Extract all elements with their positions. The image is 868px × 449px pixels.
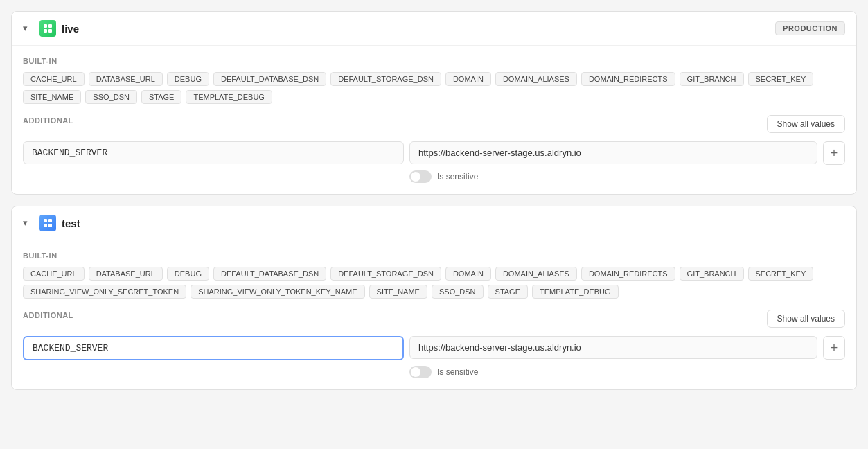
builtin-tag: SITE_NAME — [369, 285, 427, 299]
live-section: ▾ live PRODUCTION BUILT-IN CACHE_URLDATA… — [11, 11, 857, 195]
live-chevron-icon[interactable]: ▾ — [23, 23, 34, 34]
svg-rect-2 — [44, 29, 47, 33]
svg-rect-4 — [44, 219, 47, 222]
live-builtin-label: BUILT-IN — [23, 57, 845, 65]
test-sensitive-row: Is sensitive — [23, 366, 845, 378]
builtin-tag: SITE_NAME — [23, 90, 81, 104]
builtin-tag: TEMPLATE_DEBUG — [532, 285, 619, 299]
live-section-header: ▾ live PRODUCTION — [12, 12, 856, 46]
test-section-header: ▾ test — [12, 206, 856, 240]
live-additional-header: ADDITIONAL Show all values — [23, 115, 845, 133]
test-env-var-key-input[interactable] — [23, 336, 404, 360]
test-chevron-icon[interactable]: ▾ — [23, 218, 34, 229]
live-sensitive-toggle[interactable] — [409, 170, 432, 183]
svg-rect-0 — [44, 24, 47, 28]
builtin-tag: SSO_DSN — [432, 285, 484, 299]
builtin-tag: DOMAIN_ALIASES — [495, 72, 577, 86]
live-env-var-value: https://backend-server-stage.us.aldryn.i… — [409, 141, 817, 164]
builtin-tag: DOMAIN_REDIRECTS — [581, 267, 675, 281]
builtin-tag: SHARING_VIEW_ONLY_TOKEN_KEY_NAME — [191, 285, 364, 299]
builtin-tag: GIT_BRANCH — [680, 72, 744, 86]
live-builtin-tags: CACHE_URLDATABASE_URLDEBUGDEFAULT_DATABA… — [23, 72, 845, 104]
builtin-tag: DEFAULT_DATABASE_DSN — [213, 72, 326, 86]
builtin-tag: TEMPLATE_DEBUG — [186, 90, 272, 104]
test-builtin-tags: CACHE_URLDATABASE_URLDEBUGDEFAULT_DATABA… — [23, 267, 845, 299]
live-add-button[interactable]: + — [823, 141, 845, 165]
test-builtin-label: BUILT-IN — [23, 252, 845, 260]
builtin-tag: SHARING_VIEW_ONLY_SECRET_TOKEN — [23, 285, 186, 299]
builtin-tag: DEFAULT_STORAGE_DSN — [330, 72, 441, 86]
live-env-var-key: BACKEND_SERVER — [23, 141, 404, 164]
test-sensitive-label: Is sensitive — [437, 367, 478, 377]
builtin-tag: DOMAIN_ALIASES — [495, 267, 577, 281]
svg-rect-1 — [48, 24, 52, 28]
live-env-var-row: BACKEND_SERVER https://backend-server-st… — [23, 141, 845, 165]
builtin-tag: CACHE_URL — [23, 72, 85, 86]
live-env-icon — [39, 20, 56, 37]
live-env-name: live — [62, 23, 79, 35]
builtin-tag: DEFAULT_STORAGE_DSN — [330, 267, 441, 281]
live-show-all-button[interactable]: Show all values — [767, 115, 845, 133]
builtin-tag: DOMAIN_REDIRECTS — [581, 72, 675, 86]
test-env-icon — [39, 215, 56, 231]
builtin-tag: DEBUG — [167, 267, 209, 281]
test-additional-label: ADDITIONAL — [23, 311, 73, 319]
test-env-name: test — [62, 218, 80, 229]
test-section-body: BUILT-IN CACHE_URLDATABASE_URLDEBUGDEFAU… — [12, 240, 856, 389]
test-sensitive-toggle[interactable] — [409, 366, 432, 378]
test-section: ▾ test BUILT-IN CACHE_URLDATABASE_URLDEB… — [11, 206, 857, 390]
builtin-tag: GIT_BRANCH — [680, 267, 744, 281]
builtin-tag: DEBUG — [167, 72, 209, 86]
builtin-tag: DOMAIN — [445, 72, 491, 86]
builtin-tag: DEFAULT_DATABASE_DSN — [213, 267, 326, 281]
builtin-tag: SSO_DSN — [85, 90, 137, 104]
live-sensitive-row: Is sensitive — [23, 170, 845, 183]
test-show-all-button[interactable]: Show all values — [767, 310, 845, 328]
test-env-var-row: https://backend-server-stage.us.aldryn.i… — [23, 336, 845, 360]
live-sensitive-label: Is sensitive — [437, 172, 478, 182]
svg-rect-5 — [48, 219, 52, 222]
builtin-tag: SECRET_KEY — [748, 267, 814, 281]
production-badge: PRODUCTION — [775, 21, 845, 35]
builtin-tag: STAGE — [141, 90, 181, 104]
live-section-body: BUILT-IN CACHE_URLDATABASE_URLDEBUGDEFAU… — [12, 46, 856, 194]
test-add-button[interactable]: + — [823, 336, 845, 360]
builtin-tag: CACHE_URL — [23, 267, 85, 281]
live-additional-label: ADDITIONAL — [23, 116, 73, 125]
svg-rect-7 — [48, 224, 52, 227]
builtin-tag: DATABASE_URL — [89, 267, 163, 281]
builtin-tag: DATABASE_URL — [89, 72, 163, 86]
test-additional-header: ADDITIONAL Show all values — [23, 310, 845, 328]
builtin-tag: DOMAIN — [445, 267, 491, 281]
test-env-var-value: https://backend-server-stage.us.aldryn.i… — [409, 336, 817, 359]
builtin-tag: SECRET_KEY — [748, 72, 814, 86]
builtin-tag: STAGE — [488, 285, 528, 299]
svg-rect-3 — [48, 29, 52, 33]
svg-rect-6 — [44, 224, 47, 227]
